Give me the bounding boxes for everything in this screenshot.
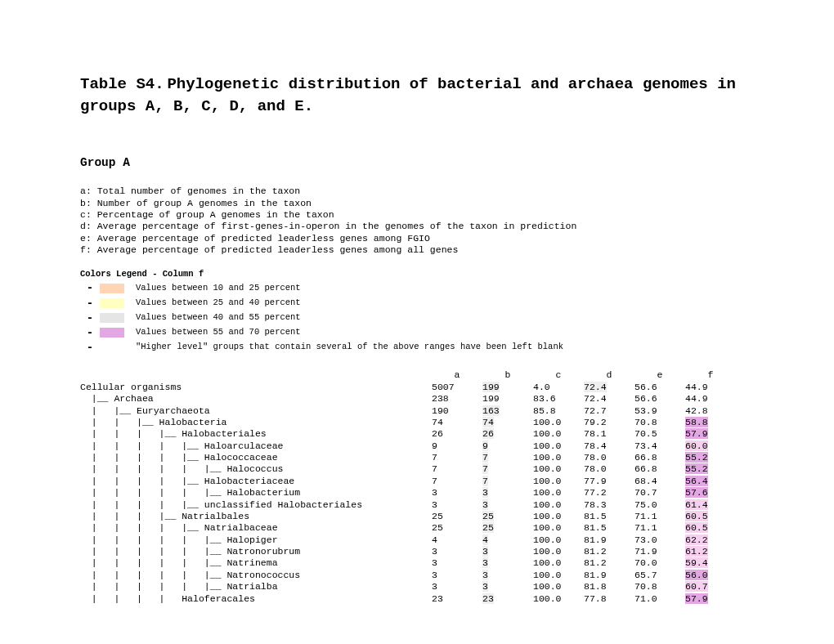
table-cell: 55.2 <box>685 463 736 475</box>
table-row: | | | | | |__ Natrialba33100.081.870.860… <box>80 581 754 593</box>
table-cell: 7 <box>482 452 533 463</box>
table-cell: 9 <box>482 441 533 452</box>
table-cell: 60.0 <box>685 441 736 452</box>
table-row: | | | |__ Natrialbales2525100.081.571.16… <box>80 511 754 522</box>
table-cell: 3 <box>482 487 533 499</box>
table-cell: 77.9 <box>584 476 634 487</box>
column-header: e <box>634 369 685 381</box>
table-cell: 3 <box>432 499 482 511</box>
taxon-tree-cell: | | | | |__ Natrialbaceae <box>80 522 432 534</box>
column-header: b <box>482 369 533 381</box>
taxon-tree-cell: | | | |__ Halobacteriales <box>80 428 432 440</box>
table-cell: 100.0 <box>533 441 584 452</box>
legend-dash: - <box>80 280 100 295</box>
table-cell: 7 <box>432 476 482 487</box>
table-cell: 25 <box>432 511 482 522</box>
table-cell: 81.8 <box>584 581 634 593</box>
table-cell: 7 <box>432 452 482 463</box>
legend-dash: - <box>80 325 100 340</box>
table-row: | | | | | |__ Halococcus77100.078.066.85… <box>80 463 754 475</box>
table-cell: 3 <box>482 581 533 593</box>
document-page: Table S4. Phylogenetic distribution of b… <box>0 0 834 644</box>
table-cell: 100.0 <box>533 417 584 428</box>
table-cell: 60.5 <box>685 522 736 534</box>
legend-swatch <box>100 313 124 323</box>
taxon-tree-cell: | | | | | |__ Natronococcus <box>80 570 432 581</box>
table-cell: 81.5 <box>584 522 634 534</box>
table-cell: 59.4 <box>685 557 736 569</box>
table-cell: 3 <box>432 570 482 581</box>
table-cell: 199 <box>482 382 533 393</box>
table-cell: 26 <box>482 428 533 440</box>
legend-text: "Higher level" groups that contain sever… <box>136 342 563 353</box>
table-cell: 58.8 <box>685 417 736 428</box>
definition-line: e: Average percentage of predicted leade… <box>80 233 754 244</box>
table-cell: 78.4 <box>584 441 634 452</box>
table-row: | | | | Haloferacales2323100.077.871.057… <box>80 593 754 605</box>
legend-row: - Values between 40 and 55 percent <box>80 311 754 325</box>
table-cell: 57.9 <box>685 593 736 605</box>
table-cell: 100.0 <box>533 487 584 499</box>
table-cell: 55.2 <box>685 452 736 463</box>
table-cell: 238 <box>432 393 482 405</box>
table-row: | | | | |__ Natrialbaceae2525100.081.571… <box>80 522 754 534</box>
table-cell: 3 <box>432 581 482 593</box>
legend-block: - Values between 10 and 25 percent - Val… <box>80 280 754 355</box>
table-cell: 9 <box>432 441 482 452</box>
table-cell: 25 <box>432 522 482 534</box>
legend-dash: - <box>80 296 100 311</box>
table-cell: 75.0 <box>634 499 685 511</box>
table-cell: 23 <box>432 593 482 605</box>
table-cell: 60.5 <box>685 511 736 522</box>
table-cell: 74 <box>482 417 533 428</box>
legend-swatch <box>100 298 124 308</box>
taxon-tree-cell: |__ Archaea <box>80 393 432 405</box>
table-cell: 3 <box>482 499 533 511</box>
table-cell: 70.8 <box>634 581 685 593</box>
legend-row: - Values between 10 and 25 percent <box>80 280 754 295</box>
column-header: a <box>432 369 482 381</box>
table-cell: 70.5 <box>634 428 685 440</box>
column-header: c <box>533 369 584 381</box>
table-cell: 81.2 <box>584 557 634 569</box>
table-cell: 62.2 <box>685 534 736 546</box>
data-table: a b c d e f Cellular organisms50071994.0… <box>80 369 754 605</box>
table-cell: 71.1 <box>634 511 685 522</box>
group-heading: Group A <box>80 156 754 169</box>
table-cell: 66.8 <box>634 452 685 463</box>
table-cell: 70.8 <box>634 417 685 428</box>
legend-swatch <box>100 328 124 338</box>
table-cell: 60.7 <box>685 581 736 593</box>
table-cell: 70.7 <box>634 487 685 499</box>
table-cell: 71.9 <box>634 546 685 557</box>
definition-line: f: Average percentage of predicted leade… <box>80 244 754 256</box>
table-cell: 78.1 <box>584 428 634 440</box>
table-cell: 83.6 <box>533 393 584 405</box>
table-row: | | | | | |__ Natronorubrum33100.081.271… <box>80 546 754 557</box>
taxon-tree-cell: | | |__ Halobacteria <box>80 417 432 428</box>
table-cell: 25 <box>482 522 533 534</box>
table-cell: 61.2 <box>685 546 736 557</box>
definition-line: a: Total number of genomes in the taxon <box>80 186 754 197</box>
table-row: | | | | | |__ Halopiger44100.081.973.062… <box>80 534 754 546</box>
table-cell: 100.0 <box>533 581 584 593</box>
legend-text: Values between 55 and 70 percent <box>136 327 301 338</box>
table-cell: 23 <box>482 593 533 605</box>
taxon-tree-cell: | |__ Euryarchaeota <box>80 405 432 417</box>
table-cell: 79.2 <box>584 417 634 428</box>
table-row: | | | | | |__ Halobacterium33100.077.270… <box>80 487 754 499</box>
taxon-tree-cell: Cellular organisms <box>80 382 432 393</box>
table-cell: 199 <box>482 393 533 405</box>
table-cell: 7 <box>482 476 533 487</box>
table-row: | | |__ Halobacteria7474100.079.270.858.… <box>80 417 754 428</box>
legend-swatch <box>100 342 124 352</box>
table-cell: 44.9 <box>685 393 736 405</box>
legend-dash: - <box>80 340 100 355</box>
table-row: | | | | |__ Halococcaceae77100.078.066.8… <box>80 452 754 463</box>
table-row: | | | | | |__ Natronococcus33100.081.965… <box>80 570 754 581</box>
table-cell: 61.4 <box>685 499 736 511</box>
table-row: | | | | | |__ Natrinema33100.081.270.059… <box>80 557 754 569</box>
table-cell: 3 <box>432 557 482 569</box>
table-cell: 71.0 <box>634 593 685 605</box>
table-cell: 100.0 <box>533 476 584 487</box>
